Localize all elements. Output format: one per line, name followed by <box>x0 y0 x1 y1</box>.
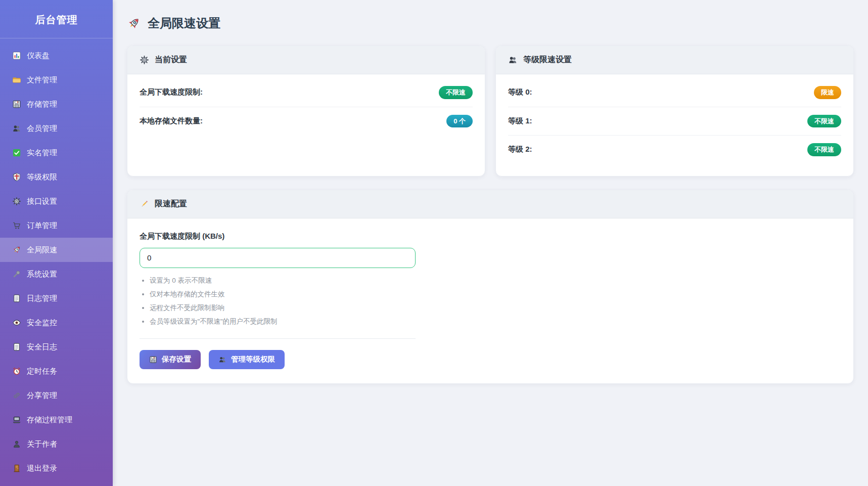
sidebar-item-global-speed[interactable]: 全局限速 <box>0 238 113 262</box>
count-badge: 0 个 <box>446 115 473 128</box>
sidebar-item-files[interactable]: 文件管理 <box>0 68 113 92</box>
bar-chart-icon <box>12 51 21 60</box>
speed-limit-input[interactable] <box>140 248 416 268</box>
alarm-icon <box>12 367 21 376</box>
sidebar-item-label: 全局限速 <box>27 245 57 255</box>
sidebar-item-share[interactable]: 分享管理 <box>0 383 113 408</box>
sidebar-item-label: 接口设置 <box>27 197 57 206</box>
page-title-text: 全局限速设置 <box>148 15 220 31</box>
sidebar-item-realname[interactable]: 实名管理 <box>0 141 113 165</box>
current-settings-card-body: 全局下载速度限制: 不限速 本地存储文件数量: 0 个 <box>127 74 485 176</box>
sidebar-item-label: 系统设置 <box>27 270 57 279</box>
sidebar-item-logout[interactable]: 退出登录 <box>0 456 113 480</box>
card-title: 当前设置 <box>155 55 187 65</box>
users-icon <box>218 356 226 364</box>
note-item: 远程文件不受此限制影响 <box>150 303 416 313</box>
sidebar-item-members[interactable]: 会员管理 <box>0 116 113 141</box>
sidebar-item-logs[interactable]: 日志管理 <box>0 286 113 311</box>
level-speed-card-body: 等级 0: 限速 等级 1: 不限速 等级 2: 不限速 <box>496 74 853 176</box>
setting-row-global-speed: 全局下载速度限制: 不限速 <box>140 78 473 107</box>
sidebar-item-level-permissions[interactable]: 等级权限 <box>0 165 113 189</box>
wrench-icon <box>12 270 21 279</box>
status-badge-unlimited: 不限速 <box>807 143 841 156</box>
current-settings-card-header: 当前设置 <box>127 46 485 74</box>
sidebar-nav: 仪表盘 文件管理 存储管理 会员管理 实名管理 等级权限 接口设置 订单管理 <box>0 43 113 480</box>
status-badge-unlimited: 不限速 <box>439 86 473 99</box>
manage-level-permissions-button[interactable]: 管理等级权限 <box>209 350 285 369</box>
sidebar-item-label: 会员管理 <box>27 124 57 134</box>
cart-icon <box>12 221 21 230</box>
document-icon <box>12 294 21 303</box>
sidebar-item-label: 存储管理 <box>27 100 57 109</box>
setting-label: 等级 2: <box>508 145 532 154</box>
status-badge-unlimited: 不限速 <box>807 115 841 128</box>
document-icon <box>12 342 21 351</box>
folder-icon <box>12 75 21 84</box>
rocket-icon <box>12 245 21 254</box>
current-settings-card: 当前设置 全局下载速度限制: 不限速 本地存储文件数量: 0 个 <box>127 46 485 176</box>
setting-row-local-file-count: 本地存储文件数量: 0 个 <box>140 107 473 136</box>
setting-label: 等级 0: <box>508 87 532 97</box>
setting-row-level-2: 等级 2: 不限速 <box>508 135 841 164</box>
card-title: 限速配置 <box>155 199 187 209</box>
card-title: 等级限速设置 <box>523 55 572 65</box>
speed-config-card-body: 全局下载速度限制 (KB/s) 设置为 0 表示不限速 仅对本地存储的文件生效 … <box>127 218 853 383</box>
sidebar-item-scheduled-tasks[interactable]: 定时任务 <box>0 359 113 383</box>
pencil-icon <box>140 199 149 209</box>
speed-limit-notes: 设置为 0 表示不限速 仅对本地存储的文件生效 远程文件不受此限制影响 会员等级… <box>142 276 416 326</box>
top-cards-row: 当前设置 全局下载速度限制: 不限速 本地存储文件数量: 0 个 等级限速设置 <box>127 46 854 176</box>
floppy-icon <box>149 356 157 364</box>
sidebar-item-label: 退出登录 <box>27 464 57 473</box>
setting-label: 本地存储文件数量: <box>140 116 203 126</box>
sidebar-item-label: 文件管理 <box>27 75 57 85</box>
speed-config-form: 全局下载速度限制 (KB/s) 设置为 0 表示不限速 仅对本地存储的文件生效 … <box>140 232 416 369</box>
sidebar-title: 后台管理 <box>0 0 113 38</box>
users-icon <box>508 55 518 65</box>
page-title: 全局限速设置 <box>127 15 854 31</box>
level-speed-card-header: 等级限速设置 <box>496 46 853 74</box>
speed-config-card: 限速配置 全局下载速度限制 (KB/s) 设置为 0 表示不限速 仅对本地存储的… <box>127 190 854 384</box>
setting-row-level-0: 等级 0: 限速 <box>508 78 841 107</box>
note-item: 设置为 0 表示不限速 <box>150 276 416 285</box>
sidebar-item-stored-procedures[interactable]: 存储过程管理 <box>0 408 113 432</box>
form-divider <box>140 338 416 339</box>
sidebar-item-label: 订单管理 <box>27 221 57 231</box>
sidebar-item-system-settings[interactable]: 系统设置 <box>0 262 113 286</box>
sidebar-item-dashboard[interactable]: 仪表盘 <box>0 43 113 68</box>
rocket-icon <box>127 17 141 30</box>
sidebar-item-storage[interactable]: 存储管理 <box>0 92 113 116</box>
button-row: 保存设置 管理等级权限 <box>140 350 416 369</box>
sidebar-item-label: 仪表盘 <box>27 51 50 61</box>
sidebar-item-security-logs[interactable]: 安全日志 <box>0 335 113 359</box>
sidebar-item-about-author[interactable]: 关于作者 <box>0 432 113 456</box>
sidebar-item-security-monitor[interactable]: 安全监控 <box>0 311 113 335</box>
level-speed-card: 等级限速设置 等级 0: 限速 等级 1: 不限速 等级 2: 不限速 <box>495 46 854 176</box>
sidebar-item-label: 分享管理 <box>27 391 57 401</box>
link-icon <box>12 391 21 400</box>
sidebar-item-label: 关于作者 <box>27 439 57 449</box>
speed-config-card-header: 限速配置 <box>127 190 853 218</box>
sidebar-item-label: 定时任务 <box>27 367 57 376</box>
sidebar-item-api-settings[interactable]: 接口设置 <box>0 189 113 213</box>
note-item: 会员等级设置为"不限速"的用户不受此限制 <box>150 317 416 326</box>
note-item: 仅对本地存储的文件生效 <box>150 290 416 299</box>
save-settings-button-label: 保存设置 <box>162 355 191 364</box>
sidebar-item-label: 等级权限 <box>27 172 57 182</box>
sidebar-item-label: 存储过程管理 <box>27 415 72 425</box>
speed-limit-field-label: 全局下载速度限制 (KB/s) <box>140 232 416 241</box>
sidebar-item-label: 安全日志 <box>27 342 57 352</box>
sidebar-item-orders[interactable]: 订单管理 <box>0 213 113 238</box>
users-icon <box>12 124 21 133</box>
main-content: 全局限速设置 当前设置 全局下载速度限制: 不限速 本地存储文件数量: 0 个 <box>113 0 868 486</box>
floppy-icon <box>12 100 21 109</box>
gear-icon <box>140 55 149 65</box>
setting-label: 等级 1: <box>508 116 532 126</box>
check-icon <box>12 148 21 157</box>
door-icon <box>12 464 21 473</box>
save-settings-button[interactable]: 保存设置 <box>140 350 201 369</box>
manage-level-permissions-button-label: 管理等级权限 <box>231 355 275 364</box>
sidebar-item-label: 安全监控 <box>27 318 57 328</box>
setting-row-level-1: 等级 1: 不限速 <box>508 107 841 136</box>
sidebar-item-label: 日志管理 <box>27 294 57 303</box>
setting-label: 全局下载速度限制: <box>140 87 203 97</box>
